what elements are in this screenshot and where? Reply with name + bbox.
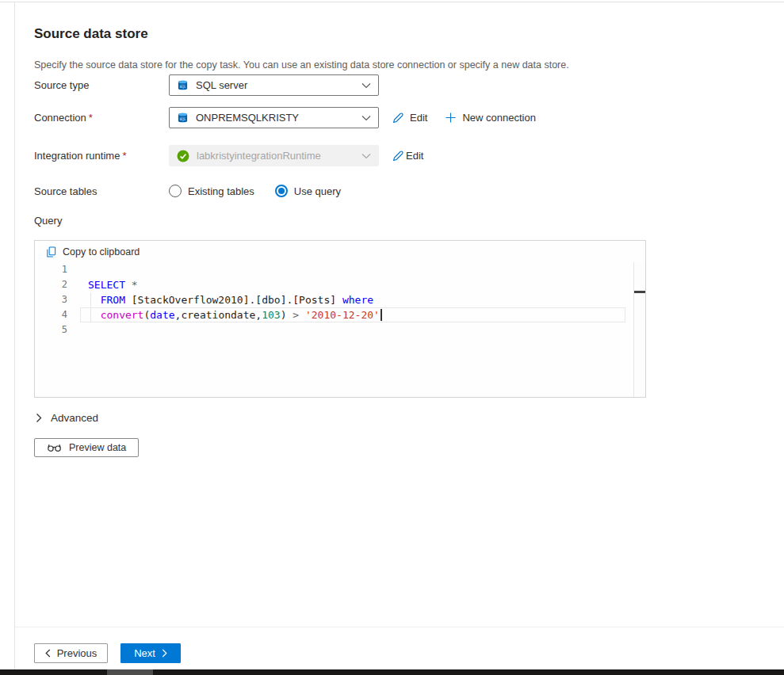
- line-content: [67, 322, 88, 338]
- next-label: Next: [134, 647, 155, 659]
- advanced-label: Advanced: [51, 412, 98, 424]
- next-button[interactable]: Next: [120, 643, 181, 663]
- code-lines[interactable]: 12SELECT *3 FROM [StackOverflow2010].[db…: [35, 262, 645, 338]
- chevron-right-icon: [36, 413, 42, 423]
- copy-to-clipboard-button[interactable]: Copy to clipboard: [35, 241, 645, 262]
- code-line[interactable]: 4 convert(date,creationdate,103) > '2010…: [35, 307, 645, 322]
- success-check-icon: [177, 150, 189, 162]
- query-label: Query: [34, 215, 62, 227]
- preview-data-button[interactable]: Preview data: [34, 438, 139, 457]
- query-editor[interactable]: Copy to clipboard 12SELECT *3 FROM [Stac…: [34, 240, 646, 398]
- integration-runtime-row: Integration runtime* labkristyintegratio…: [34, 145, 423, 166]
- chevron-down-icon: [361, 153, 371, 159]
- previous-button[interactable]: Previous: [34, 643, 108, 663]
- chevron-down-icon: [361, 82, 371, 89]
- required-marker: *: [122, 150, 126, 162]
- page-title: Source data store: [34, 26, 148, 42]
- radio-option-label: Use query: [294, 185, 341, 197]
- svg-text:SQL: SQL: [179, 85, 186, 89]
- integration-runtime-dropdown: labkristyintegrationRuntime: [169, 145, 379, 166]
- new-connection-label: New connection: [462, 112, 536, 124]
- pencil-icon: [392, 150, 404, 162]
- connection-dropdown[interactable]: SQL ONPREMSQLKRISTY: [169, 107, 379, 128]
- source-tables-options: Existing tablesUse query: [169, 185, 341, 197]
- source-type-dropdown[interactable]: SQL SQL server: [169, 74, 379, 96]
- radio-option[interactable]: Use query: [275, 185, 341, 197]
- radio-option-label: Existing tables: [188, 185, 254, 197]
- source-type-label: Source type: [34, 79, 169, 91]
- code-line[interactable]: 3 FROM [StackOverflow2010].[dbo].[Posts]…: [35, 292, 645, 307]
- pencil-icon: [392, 112, 404, 124]
- svg-text:SQL: SQL: [179, 117, 186, 121]
- line-content: FROM [StackOverflow2010].[dbo].[Posts] w…: [67, 292, 373, 307]
- radio-unselected-icon[interactable]: [169, 185, 182, 197]
- chevron-left-icon: [45, 649, 51, 658]
- line-content: [67, 262, 88, 277]
- required-marker: *: [89, 112, 93, 124]
- sql-server-icon: SQL: [177, 112, 189, 124]
- connection-label: Connection*: [34, 112, 169, 124]
- edit-integration-runtime-label: Edit: [406, 150, 423, 162]
- top-divider: [0, 2, 784, 2]
- integration-runtime-label: Integration runtime*: [34, 150, 169, 162]
- radio-selected-icon[interactable]: [275, 185, 288, 197]
- code-line[interactable]: 5: [35, 322, 645, 338]
- line-number: 1: [35, 262, 67, 277]
- code-line[interactable]: 1: [35, 262, 645, 277]
- copy-to-clipboard-label: Copy to clipboard: [63, 246, 140, 257]
- scrollbar-mark: [634, 291, 645, 293]
- footer-divider: [15, 627, 784, 627]
- previous-label: Previous: [57, 647, 98, 659]
- line-content: convert(date,creationdate,103) > '2010-1…: [67, 307, 382, 322]
- left-divider: [14, 2, 15, 669]
- line-number: 3: [35, 292, 67, 307]
- bottom-scrollbar-thumb[interactable]: [107, 669, 153, 675]
- source-tables-row: Source tables Existing tablesUse query: [34, 185, 341, 197]
- connection-value: ONPREMSQLKRISTY: [196, 112, 354, 124]
- new-connection-button[interactable]: New connection: [445, 112, 536, 124]
- glasses-icon: [47, 443, 62, 452]
- line-number: 2: [35, 277, 67, 292]
- line-number: 4: [35, 307, 67, 322]
- integration-runtime-value: labkristyintegrationRuntime: [197, 150, 354, 162]
- line-number: 5: [35, 322, 67, 338]
- plus-icon: [445, 112, 457, 124]
- source-tables-label: Source tables: [34, 185, 169, 197]
- line-content: SELECT *: [67, 277, 138, 292]
- connection-row: Connection* SQL ONPREMSQLKRISTY Edit New…: [34, 107, 536, 128]
- copy-icon: [45, 246, 57, 258]
- chevron-right-icon: [162, 649, 167, 658]
- source-type-value: SQL server: [196, 79, 354, 91]
- sql-server-icon: SQL: [177, 79, 189, 91]
- chevron-down-icon: [361, 115, 371, 121]
- editor-scrollbar[interactable]: [633, 262, 645, 397]
- source-type-row: Source type SQL SQL server: [34, 74, 379, 96]
- advanced-toggle[interactable]: Advanced: [36, 412, 98, 424]
- page-description: Specify the source data store for the co…: [34, 59, 569, 71]
- text-cursor: [381, 309, 382, 321]
- radio-option[interactable]: Existing tables: [169, 185, 254, 197]
- edit-integration-runtime-button[interactable]: Edit: [392, 150, 423, 162]
- preview-data-label: Preview data: [69, 442, 126, 453]
- edit-connection-button[interactable]: Edit: [392, 112, 427, 124]
- code-line[interactable]: 2SELECT *: [35, 277, 645, 292]
- source-data-store-page: { "page": { "title": "Source data store"…: [0, 0, 784, 675]
- edit-connection-label: Edit: [410, 112, 427, 124]
- bottom-scrollbar: [0, 669, 784, 675]
